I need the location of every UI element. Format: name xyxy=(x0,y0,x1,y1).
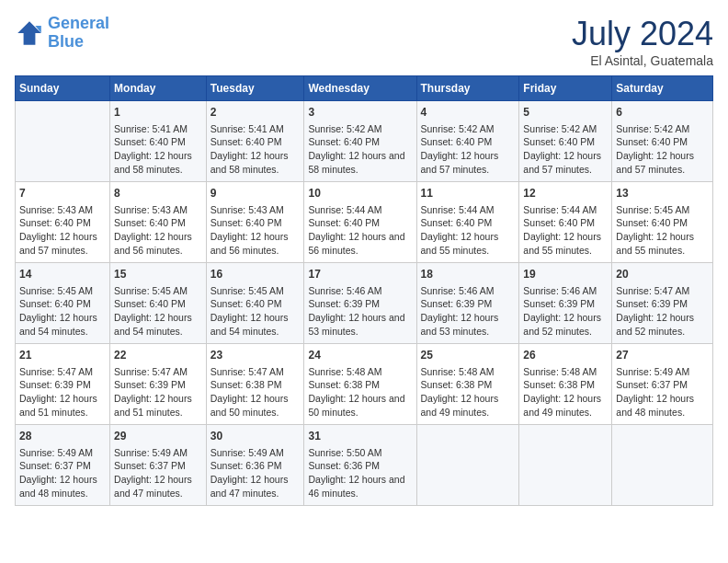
day-cell: 16Sunrise: 5:45 AM Sunset: 6:40 PM Dayli… xyxy=(206,263,304,344)
day-info: Sunrise: 5:49 AM Sunset: 6:37 PM Dayligh… xyxy=(114,446,202,500)
week-row-2: 7Sunrise: 5:43 AM Sunset: 6:40 PM Daylig… xyxy=(16,182,713,263)
logo: General Blue xyxy=(15,15,109,52)
day-number: 29 xyxy=(114,429,202,444)
day-cell: 13Sunrise: 5:45 AM Sunset: 6:40 PM Dayli… xyxy=(612,182,713,263)
location: El Asintal, Guatemala xyxy=(572,53,713,68)
day-cell: 31Sunrise: 5:50 AM Sunset: 6:36 PM Dayli… xyxy=(304,425,416,506)
day-info: Sunrise: 5:41 AM Sunset: 6:40 PM Dayligh… xyxy=(210,122,301,177)
day-info: Sunrise: 5:42 AM Sunset: 6:40 PM Dayligh… xyxy=(523,122,608,177)
day-info: Sunrise: 5:45 AM Sunset: 6:40 PM Dayligh… xyxy=(114,284,202,339)
day-cell: 9Sunrise: 5:43 AM Sunset: 6:40 PM Daylig… xyxy=(206,182,304,263)
col-header-monday: Monday xyxy=(110,76,207,101)
week-row-1: 1Sunrise: 5:41 AM Sunset: 6:40 PM Daylig… xyxy=(16,101,713,182)
day-cell: 7Sunrise: 5:43 AM Sunset: 6:40 PM Daylig… xyxy=(16,182,110,263)
day-number: 21 xyxy=(19,348,106,363)
day-info: Sunrise: 5:47 AM Sunset: 6:39 PM Dayligh… xyxy=(114,365,202,419)
day-cell xyxy=(16,101,110,182)
day-number: 15 xyxy=(114,267,202,282)
day-number: 18 xyxy=(421,267,516,282)
day-info: Sunrise: 5:42 AM Sunset: 6:40 PM Dayligh… xyxy=(421,122,516,177)
day-info: Sunrise: 5:50 AM Sunset: 6:36 PM Dayligh… xyxy=(308,446,412,500)
day-info: Sunrise: 5:45 AM Sunset: 6:40 PM Dayligh… xyxy=(210,284,301,339)
day-cell: 19Sunrise: 5:46 AM Sunset: 6:39 PM Dayli… xyxy=(519,263,612,344)
title-block: July 2024 El Asintal, Guatemala xyxy=(572,15,713,68)
month-title: July 2024 xyxy=(572,15,713,53)
week-row-5: 28Sunrise: 5:49 AM Sunset: 6:37 PM Dayli… xyxy=(16,425,713,506)
day-number: 10 xyxy=(308,186,412,201)
day-cell xyxy=(416,425,519,506)
day-number: 17 xyxy=(308,267,412,282)
day-number: 9 xyxy=(210,186,301,201)
day-number: 5 xyxy=(523,105,608,121)
day-cell: 14Sunrise: 5:45 AM Sunset: 6:40 PM Dayli… xyxy=(16,263,110,344)
day-cell: 1Sunrise: 5:41 AM Sunset: 6:40 PM Daylig… xyxy=(110,101,207,182)
day-cell: 12Sunrise: 5:44 AM Sunset: 6:40 PM Dayli… xyxy=(519,182,612,263)
day-number: 30 xyxy=(210,429,301,444)
col-header-thursday: Thursday xyxy=(416,76,519,101)
calendar-table: SundayMondayTuesdayWednesdayThursdayFrid… xyxy=(15,75,713,506)
day-cell: 24Sunrise: 5:48 AM Sunset: 6:38 PM Dayli… xyxy=(304,344,416,425)
day-info: Sunrise: 5:44 AM Sunset: 6:40 PM Dayligh… xyxy=(523,203,608,258)
day-cell: 10Sunrise: 5:44 AM Sunset: 6:40 PM Dayli… xyxy=(304,182,416,263)
day-cell: 29Sunrise: 5:49 AM Sunset: 6:37 PM Dayli… xyxy=(110,425,207,506)
day-number: 16 xyxy=(210,267,301,282)
day-cell xyxy=(519,425,612,506)
day-number: 24 xyxy=(308,348,412,363)
day-number: 31 xyxy=(308,429,412,444)
day-number: 8 xyxy=(114,186,202,201)
day-number: 28 xyxy=(19,429,106,444)
day-info: Sunrise: 5:47 AM Sunset: 6:39 PM Dayligh… xyxy=(19,365,106,419)
day-info: Sunrise: 5:44 AM Sunset: 6:40 PM Dayligh… xyxy=(421,203,516,258)
day-info: Sunrise: 5:46 AM Sunset: 6:39 PM Dayligh… xyxy=(523,284,608,339)
col-header-wednesday: Wednesday xyxy=(304,76,416,101)
day-info: Sunrise: 5:42 AM Sunset: 6:40 PM Dayligh… xyxy=(616,122,709,177)
day-cell xyxy=(612,425,713,506)
day-number: 3 xyxy=(308,105,412,121)
day-cell: 3Sunrise: 5:42 AM Sunset: 6:40 PM Daylig… xyxy=(304,101,416,182)
col-header-tuesday: Tuesday xyxy=(206,76,304,101)
day-number: 27 xyxy=(616,348,709,363)
day-info: Sunrise: 5:47 AM Sunset: 6:39 PM Dayligh… xyxy=(616,284,709,339)
day-cell: 6Sunrise: 5:42 AM Sunset: 6:40 PM Daylig… xyxy=(612,101,713,182)
day-number: 6 xyxy=(616,105,709,121)
day-info: Sunrise: 5:43 AM Sunset: 6:40 PM Dayligh… xyxy=(114,203,202,258)
week-row-4: 21Sunrise: 5:47 AM Sunset: 6:39 PM Dayli… xyxy=(16,344,713,425)
day-cell: 21Sunrise: 5:47 AM Sunset: 6:39 PM Dayli… xyxy=(16,344,110,425)
week-row-3: 14Sunrise: 5:45 AM Sunset: 6:40 PM Dayli… xyxy=(16,263,713,344)
day-info: Sunrise: 5:48 AM Sunset: 6:38 PM Dayligh… xyxy=(308,365,412,419)
svg-marker-0 xyxy=(17,21,41,45)
day-cell: 25Sunrise: 5:48 AM Sunset: 6:38 PM Dayli… xyxy=(416,344,519,425)
day-number: 26 xyxy=(523,348,608,363)
day-cell: 8Sunrise: 5:43 AM Sunset: 6:40 PM Daylig… xyxy=(110,182,207,263)
day-cell: 11Sunrise: 5:44 AM Sunset: 6:40 PM Dayli… xyxy=(416,182,519,263)
logo-text: General Blue xyxy=(48,15,109,52)
day-info: Sunrise: 5:47 AM Sunset: 6:38 PM Dayligh… xyxy=(210,365,301,419)
day-info: Sunrise: 5:45 AM Sunset: 6:40 PM Dayligh… xyxy=(616,203,709,258)
day-number: 12 xyxy=(523,186,608,201)
day-info: Sunrise: 5:48 AM Sunset: 6:38 PM Dayligh… xyxy=(421,365,516,419)
day-number: 23 xyxy=(210,348,301,363)
day-info: Sunrise: 5:43 AM Sunset: 6:40 PM Dayligh… xyxy=(19,203,106,258)
day-number: 11 xyxy=(421,186,516,201)
day-number: 20 xyxy=(616,267,709,282)
day-info: Sunrise: 5:46 AM Sunset: 6:39 PM Dayligh… xyxy=(421,284,516,339)
day-cell: 5Sunrise: 5:42 AM Sunset: 6:40 PM Daylig… xyxy=(519,101,612,182)
day-number: 7 xyxy=(19,186,106,201)
day-number: 13 xyxy=(616,186,709,201)
day-cell: 26Sunrise: 5:48 AM Sunset: 6:38 PM Dayli… xyxy=(519,344,612,425)
day-info: Sunrise: 5:49 AM Sunset: 6:36 PM Dayligh… xyxy=(210,446,301,500)
day-cell: 4Sunrise: 5:42 AM Sunset: 6:40 PM Daylig… xyxy=(416,101,519,182)
logo-icon xyxy=(15,18,44,48)
col-header-sunday: Sunday xyxy=(16,76,110,101)
day-info: Sunrise: 5:48 AM Sunset: 6:38 PM Dayligh… xyxy=(523,365,608,419)
page-header: General Blue July 2024 El Asintal, Guate… xyxy=(15,15,713,68)
day-info: Sunrise: 5:43 AM Sunset: 6:40 PM Dayligh… xyxy=(210,203,301,258)
day-cell: 18Sunrise: 5:46 AM Sunset: 6:39 PM Dayli… xyxy=(416,263,519,344)
col-header-friday: Friday xyxy=(519,76,612,101)
day-info: Sunrise: 5:45 AM Sunset: 6:40 PM Dayligh… xyxy=(19,284,106,339)
day-info: Sunrise: 5:41 AM Sunset: 6:40 PM Dayligh… xyxy=(114,122,202,177)
day-number: 25 xyxy=(421,348,516,363)
day-number: 14 xyxy=(19,267,106,282)
day-cell: 17Sunrise: 5:46 AM Sunset: 6:39 PM Dayli… xyxy=(304,263,416,344)
day-cell: 2Sunrise: 5:41 AM Sunset: 6:40 PM Daylig… xyxy=(206,101,304,182)
